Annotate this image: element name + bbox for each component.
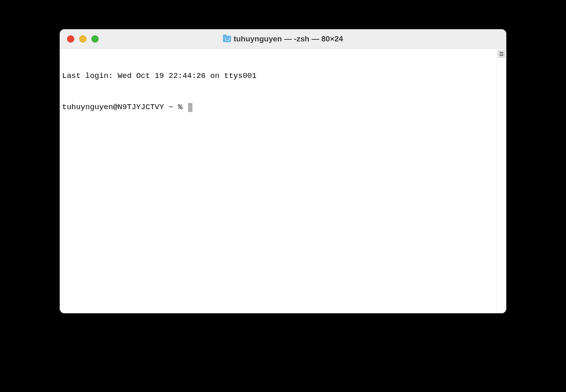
- traffic-lights: [60, 35, 99, 43]
- minimize-button[interactable]: [79, 35, 86, 43]
- scrollbar-track[interactable]: [497, 49, 506, 313]
- zoom-button[interactable]: [91, 35, 99, 43]
- shell-prompt: tuhuynguyen@N9TJYJCTVY ~ %: [62, 102, 187, 113]
- folder-home-icon: [223, 36, 231, 42]
- prompt-line: tuhuynguyen@N9TJYJCTVY ~ %: [62, 102, 494, 113]
- terminal-viewport[interactable]: Last login: Wed Oct 19 22:44:26 on ttys0…: [60, 49, 497, 313]
- window-title: tuhuynguyen — -zsh — 80×24: [233, 34, 343, 43]
- window-title-group: tuhuynguyen — -zsh — 80×24: [60, 34, 506, 43]
- titlebar[interactable]: tuhuynguyen — -zsh — 80×24: [60, 29, 506, 49]
- window-body: Last login: Wed Oct 19 22:44:26 on ttys0…: [60, 49, 506, 313]
- close-button[interactable]: [67, 35, 74, 43]
- terminal-window: tuhuynguyen — -zsh — 80×24 Last login: W…: [60, 29, 506, 313]
- text-cursor: [188, 103, 192, 112]
- last-login-line: Last login: Wed Oct 19 22:44:26 on ttys0…: [62, 71, 494, 82]
- scroll-mode-icon[interactable]: [498, 50, 505, 58]
